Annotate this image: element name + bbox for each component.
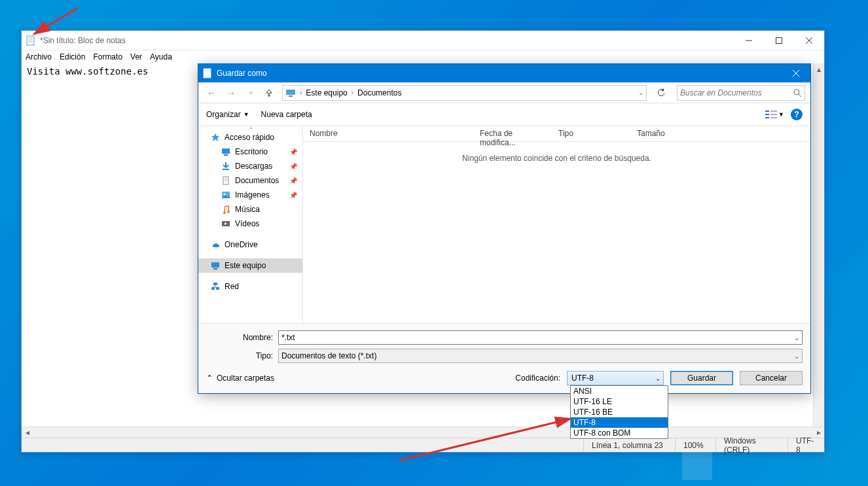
pc-icon bbox=[210, 260, 221, 271]
tree-onedrive[interactable]: OneDrive bbox=[198, 237, 302, 252]
search-input[interactable] bbox=[680, 88, 793, 97]
chevron-right-icon[interactable]: › bbox=[350, 89, 355, 96]
tree-downloads[interactable]: Descargas 📌 bbox=[198, 159, 302, 173]
svg-rect-35 bbox=[216, 287, 219, 290]
svg-rect-14 bbox=[289, 95, 293, 97]
tree-network[interactable]: Red bbox=[198, 279, 302, 294]
dialog-nav: ← → ▾ › Este equipo › Documentos ⌄ bbox=[198, 82, 810, 103]
chevron-down-icon[interactable]: ⌄ bbox=[794, 353, 799, 360]
document-icon bbox=[221, 175, 231, 186]
star-icon bbox=[210, 132, 221, 143]
tree-quickaccess[interactable]: Acceso rápido bbox=[198, 130, 302, 145]
menu-view[interactable]: Ver bbox=[130, 52, 142, 61]
pc-icon bbox=[285, 88, 296, 98]
notepad-icon bbox=[26, 35, 36, 46]
svg-rect-13 bbox=[286, 90, 295, 95]
svg-rect-18 bbox=[765, 114, 769, 115]
taskbar-ghost bbox=[682, 450, 712, 480]
scrollbar-horizontal[interactable]: ◂ ▸ bbox=[22, 426, 824, 438]
filename-input[interactable]: *.txt ⌄ bbox=[278, 330, 803, 345]
menu-format[interactable]: Formato bbox=[93, 52, 122, 61]
hide-folders-link[interactable]: ⌃ Ocultar carpetas bbox=[206, 373, 274, 383]
save-as-dialog: Guardar como ← → ▾ › Este equipo › Docum… bbox=[198, 63, 811, 394]
tree-desktop[interactable]: Escritorio 📌 bbox=[198, 145, 302, 159]
pictures-icon bbox=[221, 190, 231, 200]
svg-rect-21 bbox=[770, 114, 777, 115]
search-icon[interactable] bbox=[793, 88, 802, 97]
chevron-down-icon[interactable]: ⌄ bbox=[794, 334, 799, 341]
svg-rect-33 bbox=[213, 268, 217, 269]
encoding-select[interactable]: UTF-8 ⌄ bbox=[567, 371, 664, 385]
col-size[interactable]: Tamaño bbox=[630, 126, 683, 141]
tree-documents[interactable]: Documentos 📌 bbox=[198, 173, 302, 188]
dialog-titlebar[interactable]: Guardar como bbox=[198, 64, 810, 82]
back-button[interactable]: ← bbox=[204, 85, 219, 101]
tree-pictures[interactable]: Imágenes 📌 bbox=[198, 188, 302, 202]
minimize-button[interactable] bbox=[734, 31, 764, 50]
filetype-select[interactable]: Documentos de texto (*.txt) ⌄ bbox=[278, 349, 803, 363]
encoding-option-utf16le[interactable]: UTF-16 LE bbox=[571, 396, 668, 407]
status-position: Línea 1, columna 23 bbox=[583, 438, 675, 452]
chevron-up-icon: ⌃ bbox=[206, 373, 213, 383]
scrollbar-vertical[interactable]: ▴ bbox=[813, 63, 824, 426]
menu-file[interactable]: Archivo bbox=[26, 52, 52, 61]
dialog-title: Guardar como bbox=[217, 69, 781, 78]
tree-music[interactable]: Música bbox=[198, 202, 302, 217]
breadcrumb-root[interactable]: Este equipo bbox=[303, 88, 350, 97]
svg-rect-5 bbox=[776, 37, 782, 43]
view-button[interactable]: ▼ bbox=[765, 110, 784, 119]
encoding-option-utf8[interactable]: UTF-8 bbox=[571, 417, 668, 428]
encoding-option-utf8bom[interactable]: UTF-8 con BOM bbox=[571, 428, 668, 438]
tree-thispc[interactable]: Este equipo bbox=[198, 258, 302, 273]
scroll-up-arrow[interactable]: ▴ bbox=[814, 63, 824, 75]
download-icon bbox=[221, 161, 231, 171]
col-type[interactable]: Tipo bbox=[552, 126, 630, 141]
pin-icon: 📌 bbox=[289, 177, 297, 184]
maximize-button[interactable] bbox=[764, 31, 794, 50]
chevron-down-icon[interactable]: ⌄ bbox=[655, 375, 660, 382]
status-encoding: UTF-8 bbox=[787, 438, 824, 452]
organize-button[interactable]: Organizar ▼ bbox=[206, 110, 249, 119]
refresh-button[interactable] bbox=[653, 85, 669, 101]
svg-rect-0 bbox=[27, 36, 34, 45]
tree-videos[interactable]: Vídeos bbox=[198, 217, 302, 231]
breadcrumb[interactable]: › Este equipo › Documentos ⌄ bbox=[282, 85, 647, 101]
file-list[interactable]: Nombre Fecha de modifica... Tipo Tamaño … bbox=[303, 126, 810, 323]
svg-rect-36 bbox=[213, 283, 217, 285]
notepad-titlebar[interactable]: *Sin título: Bloc de notas bbox=[22, 31, 824, 50]
notepad-menubar: Archivo Edición Formato Ver Ayuda bbox=[22, 50, 824, 63]
up-button[interactable] bbox=[262, 86, 276, 99]
svg-rect-34 bbox=[211, 287, 215, 290]
dialog-toolbar: Organizar ▼ Nueva carpeta ▼ ? bbox=[198, 103, 810, 126]
save-button[interactable]: Guardar bbox=[670, 371, 733, 385]
svg-rect-19 bbox=[765, 117, 769, 118]
file-list-headers[interactable]: Nombre Fecha de modifica... Tipo Tamaño bbox=[303, 126, 810, 142]
encoding-label: Codificación: bbox=[515, 373, 560, 383]
newfolder-button[interactable]: Nueva carpeta bbox=[261, 110, 312, 119]
notepad-title: *Sin título: Bloc de notas bbox=[40, 36, 734, 45]
encoding-dropdown[interactable]: ANSI UTF-16 LE UTF-16 BE UTF-8 UTF-8 con… bbox=[570, 385, 668, 439]
chevron-down-icon[interactable]: ⌄ bbox=[638, 89, 643, 96]
col-name[interactable]: Nombre bbox=[303, 126, 473, 141]
empty-message: Ningún elemento coincide con el criterio… bbox=[303, 154, 810, 163]
help-button[interactable]: ? bbox=[791, 109, 803, 120]
chevron-right-icon[interactable]: › bbox=[298, 89, 303, 96]
close-button[interactable] bbox=[794, 31, 824, 50]
search-box[interactable] bbox=[677, 85, 805, 101]
chevron-down-icon: ▼ bbox=[244, 111, 249, 118]
cancel-button[interactable]: Cancelar bbox=[740, 371, 803, 385]
menu-help[interactable]: Ayuda bbox=[150, 52, 172, 61]
pin-icon: 📌 bbox=[289, 192, 297, 199]
desktop-icon bbox=[221, 147, 231, 157]
encoding-option-utf16be[interactable]: UTF-16 BE bbox=[571, 407, 668, 417]
recent-dropdown[interactable]: ▾ bbox=[243, 85, 259, 101]
dialog-close-button[interactable] bbox=[781, 64, 810, 82]
forward-button[interactable]: → bbox=[223, 85, 239, 101]
col-date[interactable]: Fecha de modifica... bbox=[473, 126, 552, 141]
menu-edit[interactable]: Edición bbox=[60, 52, 85, 61]
scroll-left-arrow[interactable]: ◂ bbox=[22, 427, 33, 438]
encoding-option-ansi[interactable]: ANSI bbox=[571, 386, 668, 396]
breadcrumb-current[interactable]: Documentos bbox=[355, 88, 404, 97]
pin-icon: 📌 bbox=[289, 148, 297, 156]
navigation-tree[interactable]: ⌃ Acceso rápido Escritorio 📌 Descargas 📌… bbox=[198, 126, 303, 323]
